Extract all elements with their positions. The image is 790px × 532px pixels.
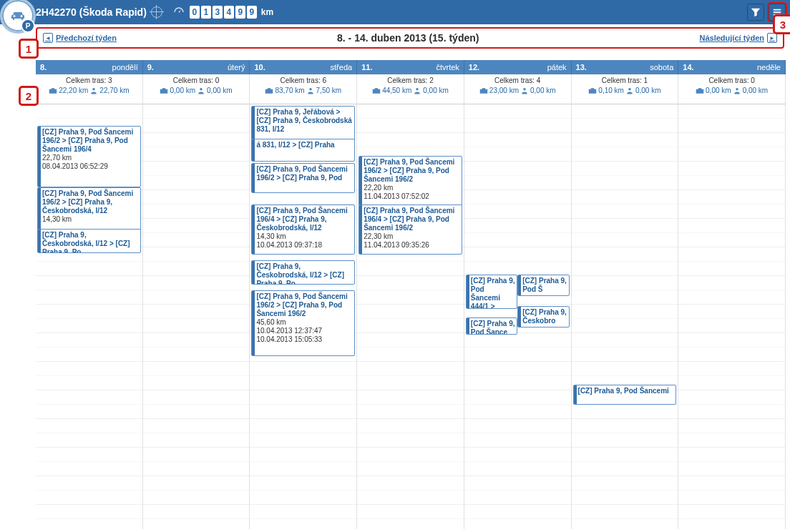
prev-week-label: Předchozí týden [56, 34, 117, 42]
odo-digit: 0 [190, 6, 200, 19]
trip-event[interactable]: [CZ] Praha 9, Českobrodská, I/12 > [CZ] … [251, 260, 355, 285]
trip-event[interactable]: [CZ] Praha 9, Pod Š [517, 275, 569, 296]
target-icon[interactable] [151, 6, 162, 18]
chevron-right-icon: ► [767, 33, 777, 43]
trip-event[interactable]: [CZ] Praha 9, Pod Šancemi 196/2 > [CZ] P… [359, 156, 462, 206]
next-week-link[interactable]: Následující týden ► [700, 33, 777, 43]
day-column-sat[interactable]: [CZ] Praha 9, Pod Šancemi [572, 104, 679, 529]
day-summary: Celkem tras: 00,00 km 0,00 km [678, 74, 786, 104]
gauge-icon [172, 6, 185, 19]
day-headers-row: 8.pondělí9.úterý10.středa11.čtvrtek12.pá… [36, 60, 786, 74]
filter-button[interactable] [747, 4, 764, 21]
prev-week-link[interactable]: ◄ Předchozí týden [43, 33, 117, 43]
day-header: 9.úterý [143, 60, 250, 74]
vehicle-title: 2H42270 (Škoda Rapid) [36, 6, 147, 18]
trip-event[interactable]: [CZ] Praha 9, Pod Šancemi 196/2 > [CZ] P… [37, 187, 141, 232]
trip-event[interactable]: [CZ] Praha 9, Pod Šancemi 444/1 > [466, 275, 517, 309]
day-header: 8.pondělí [36, 60, 143, 74]
day-header: 11.čtvrtek [357, 60, 464, 74]
trip-event[interactable]: [CZ] Praha 9, Pod Šancemi 196/4 > [CZ] P… [359, 205, 462, 255]
day-column-fri[interactable]: [CZ] Praha 9, Pod Šancemi 444/1 >[CZ] Pr… [464, 104, 572, 529]
day-column-mon[interactable]: [CZ] Praha 9, Pod Šancemi 196/2 > [CZ] P… [36, 104, 143, 529]
svg-point-5 [628, 88, 630, 90]
trip-event[interactable]: á 831, I/12 > [CZ] Praha [251, 139, 355, 162]
odo-digit: 1 [201, 6, 211, 19]
odo-digit: 4 [224, 6, 234, 19]
next-week-label: Následující týden [700, 34, 764, 42]
svg-point-3 [416, 88, 419, 90]
top-toolbar: P 2H42270 (Škoda Rapid) 0 1 3 4 9 9 km [0, 0, 790, 24]
day-summary: Celkem tras: 244,50 km 0,00 km [357, 74, 464, 104]
calendar: 8.pondělí9.úterý10.středa11.čtvrtek12.pá… [36, 60, 786, 529]
day-summaries-row: Celkem tras: 322,20 km 22,70 kmCelkem tr… [36, 74, 786, 104]
day-summary: Celkem tras: 10,10 km 0,00 km [572, 74, 679, 104]
funnel-icon [751, 7, 761, 17]
day-header: 12.pátek [464, 60, 572, 74]
day-summary: Celkem tras: 322,20 km 22,70 km [36, 74, 143, 104]
day-summary: Celkem tras: 683,70 km 7,50 km [250, 74, 357, 104]
parking-badge-icon: P [21, 19, 35, 33]
day-column-sun[interactable] [678, 104, 786, 529]
day-header: 13.sobota [572, 60, 679, 74]
calendar-grid[interactable]: 6007008009001000110012001300140015001600… [36, 104, 786, 529]
svg-point-1 [200, 88, 202, 90]
svg-point-2 [309, 88, 311, 90]
annotation-marker-2: 2 [19, 86, 39, 106]
week-navigation-bar: ◄ Předchozí týden 8. - 14. duben 2013 (1… [36, 27, 784, 49]
odometer-unit: km [261, 7, 273, 17]
day-header: 10.středa [250, 60, 357, 74]
trip-event[interactable]: [CZ] Praha 9, Pod Šancemi 196/2 > [CZ] P… [251, 163, 355, 193]
chevron-left-icon: ◄ [43, 33, 53, 43]
vehicle-badge: P [0, 0, 36, 34]
annotation-marker-1: 1 [19, 39, 39, 59]
week-title: 8. - 14. duben 2013 (15. týden) [117, 32, 700, 44]
svg-point-0 [93, 88, 95, 90]
trip-event[interactable]: [CZ] Praha 9, Pod Šance [466, 317, 517, 335]
day-summary: Celkem tras: 423,00 km 0,00 km [464, 74, 572, 104]
svg-point-6 [736, 88, 738, 90]
odo-digit: 9 [235, 6, 245, 19]
svg-point-4 [523, 88, 525, 90]
trip-event[interactable]: [CZ] Praha 9, Jeřábová > [CZ] Praha 9, Č… [251, 106, 355, 143]
trip-event[interactable]: [CZ] Praha 9, Českobrodská, I/12 > [CZ] … [37, 229, 141, 253]
trip-event[interactable]: [CZ] Praha 9, Pod Šancemi 196/2 > [CZ] P… [251, 290, 355, 356]
odo-digit: 3 [213, 6, 223, 19]
day-column-tue[interactable] [143, 104, 250, 529]
annotation-marker-3: 3 [773, 14, 790, 34]
day-column-wed[interactable]: [CZ] Praha 9, Jeřábová > [CZ] Praha 9, Č… [250, 104, 357, 529]
odo-digit: 9 [247, 6, 257, 19]
day-column-thu[interactable]: [CZ] Praha 9, Pod Šancemi 196/2 > [CZ] P… [357, 104, 464, 529]
trip-event[interactable]: [CZ] Praha 9, Pod Šancemi 196/2 > [CZ] P… [37, 126, 141, 187]
day-summary: Celkem tras: 00,00 km 0,00 km [143, 74, 250, 104]
trip-event[interactable]: [CZ] Praha 9, Pod Šancemi 196/4 > [CZ] P… [251, 205, 355, 255]
trip-event[interactable]: [CZ] Praha 9, Českobro [517, 306, 569, 327]
day-header: 14.neděle [678, 60, 786, 74]
trip-event[interactable]: [CZ] Praha 9, Pod Šancemi [573, 385, 677, 405]
odometer: 0 1 3 4 9 9 [190, 6, 257, 19]
